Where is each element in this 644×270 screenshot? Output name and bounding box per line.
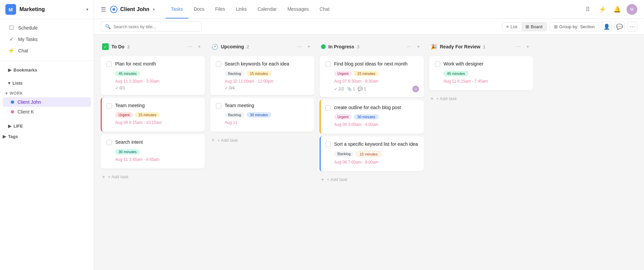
tab-messages[interactable]: Messages: [282, 0, 314, 18]
tab-links[interactable]: Links: [230, 0, 252, 18]
card-fbp-meta: ✓ 2/2 📎 1 💬 1 U: [334, 86, 419, 92]
tag-30min-si: 30 minutes: [115, 149, 140, 154]
card-team-meeting-todo[interactable]: Team meeting Urgent 15 minutes Aug 09 9:…: [101, 98, 205, 132]
tab-calendar[interactable]: Calendar: [252, 0, 282, 18]
board-icon: ⊞: [525, 24, 529, 29]
card-tm-tags: Urgent 15 minutes: [115, 112, 200, 118]
card-plan-next-month[interactable]: Plan for next month 45 minutes Aug 11 2:…: [101, 56, 205, 95]
upcoming-add-task[interactable]: + + Add task: [210, 134, 314, 146]
tag-15min-skl: 15 minutes: [356, 151, 381, 157]
tab-docs[interactable]: Docs: [188, 0, 210, 18]
sidebar-section-bookmarks: ▶ Bookmarks: [0, 62, 94, 75]
card-fbp-header: Find blog post ideas for next month: [325, 61, 419, 68]
comment-fbp-icon: 💬: [358, 87, 363, 91]
card-co-header: create outline for each blog post: [325, 104, 419, 111]
sidebar-header: M Marketing ▾: [0, 0, 94, 19]
sidebar-item-client-john[interactable]: Client John: [3, 97, 91, 107]
upcoming-add-button[interactable]: +: [305, 43, 313, 51]
card-create-outline[interactable]: create outline for each blog post Urgent…: [320, 100, 424, 134]
lists-header[interactable]: ▾ Lists: [5, 79, 88, 87]
sidebar-nav: ☐ Schedule ✓ My Tasks ⚡ Chat: [0, 19, 94, 59]
card-si-checkbox[interactable]: [106, 140, 112, 145]
rfr-actions: ··· +: [514, 43, 532, 51]
card-sort-keyword[interactable]: Sort a specific keyword list for each id…: [320, 136, 424, 171]
card-work-designer[interactable]: Work with designer 45 minutes Aug 11 6:1…: [429, 56, 533, 90]
card-search-intent[interactable]: Search intent 30 minutes Aug 11 3:45am -…: [101, 134, 205, 169]
card-tm-checkbox[interactable]: [106, 103, 112, 108]
sidebar-item-my-tasks[interactable]: ✓ My Tasks: [3, 34, 91, 45]
work-label: WORK: [10, 91, 23, 96]
card-skl-checkbox[interactable]: [325, 142, 331, 147]
bookmarks-header[interactable]: ▶ Bookmarks: [5, 66, 88, 74]
toolbar: 🔍 ≡ List ⊞ Board ⊞ Group by: Section 👤 💬: [94, 19, 644, 35]
check-circle-icon: ✓: [115, 86, 119, 90]
rfr-more-button[interactable]: ···: [514, 43, 522, 51]
card-sk-checkbox[interactable]: [216, 61, 221, 67]
bell-icon[interactable]: 🔔: [612, 4, 623, 15]
tag-urgent-co: Urgent: [334, 114, 352, 120]
user-avatar[interactable]: U: [627, 4, 637, 15]
clock-icon: 🕐: [212, 43, 218, 50]
card-wd-checkbox[interactable]: [435, 61, 440, 67]
tag-30min-tmu: 30 minutes: [246, 112, 271, 118]
search-input[interactable]: [113, 24, 197, 29]
tab-files[interactable]: Files: [210, 0, 231, 18]
tags-chevron: ▶: [3, 134, 6, 139]
project-chevron: ▾: [153, 7, 155, 12]
card-team-meeting-upcoming[interactable]: Team meeting Backlog 30 minutes Aug 11: [210, 98, 314, 132]
client-k-label: Client K: [17, 109, 34, 115]
apps-icon[interactable]: ⠿: [582, 4, 593, 15]
tags-label: Tags: [8, 134, 18, 139]
sidebar-item-chat[interactable]: ⚡ Chat: [3, 45, 91, 56]
card-co-checkbox[interactable]: [325, 105, 331, 110]
comment-icon[interactable]: 💬: [614, 21, 625, 32]
card-tmu-checkbox[interactable]: [216, 103, 221, 108]
upcoming-actions: ··· +: [295, 43, 313, 51]
client-john-dot: [11, 100, 14, 104]
tab-chat[interactable]: Chat: [314, 0, 335, 18]
more-options-icon[interactable]: ⋯: [627, 21, 637, 32]
card-sk-date: Aug 10 11:00am - 12:00pm: [225, 79, 310, 84]
life-header[interactable]: ▶ LIFE: [5, 122, 88, 130]
inprogress-add-button[interactable]: +: [414, 43, 422, 51]
tag-45min-wd: 45 minutes: [444, 71, 468, 76]
todo-more-button[interactable]: ···: [186, 43, 194, 51]
todo-add-button[interactable]: +: [195, 43, 203, 51]
card-find-blog-post[interactable]: Find blog post ideas for next month Urge…: [320, 56, 424, 97]
card-tmu-tags: Backlog 30 minutes: [225, 112, 310, 118]
inprogress-more-button[interactable]: ···: [405, 43, 413, 51]
card-fbp-checkbox[interactable]: [325, 61, 331, 67]
card-skl-header: Sort a specific keyword list for each id…: [325, 141, 419, 148]
project-selector[interactable]: Client John ▾: [110, 6, 155, 13]
person-icon[interactable]: 👤: [602, 21, 612, 32]
tag-backlog-skl: Backlog: [334, 151, 354, 157]
work-header[interactable]: ▾ WORK: [0, 90, 94, 97]
workspace-chevron[interactable]: ▾: [86, 7, 88, 12]
tag-urgent-fbp: Urgent: [334, 71, 352, 76]
card-skl-date: Aug 08 7:00am - 8:00am: [334, 160, 419, 165]
tag-backlog-tmu: Backlog: [225, 112, 244, 118]
upcoming-more-button[interactable]: ···: [295, 43, 304, 51]
work-subsection: ▾ WORK Client John Client K: [0, 88, 94, 118]
list-view-button[interactable]: ≡ List: [502, 22, 521, 31]
rfr-add-button[interactable]: +: [524, 43, 532, 51]
card-co-tags: Urgent 30 minutes: [334, 114, 419, 120]
tags-header[interactable]: ▶ Tags: [0, 133, 94, 140]
card-plan-checkbox[interactable]: [106, 61, 112, 67]
card-search-keywords[interactable]: Search keywords for each idea Backlog 15…: [210, 56, 314, 95]
rfr-count: 1: [483, 44, 486, 49]
rfr-add-task[interactable]: + + Add task: [429, 93, 533, 104]
lightning-bolt-icon[interactable]: ⚡: [597, 4, 608, 15]
sidebar-item-schedule[interactable]: ☐ Schedule: [3, 22, 91, 33]
sidebar-section-lists: ▾ Lists: [0, 75, 94, 88]
sidebar-item-client-k[interactable]: Client K: [3, 107, 91, 117]
sidebar-item-label-my-tasks: My Tasks: [18, 37, 38, 42]
todo-add-task[interactable]: + + Add task: [101, 171, 205, 183]
column-upcoming-header: 🕐 Upcoming 2 ··· +: [210, 40, 314, 53]
group-by-button[interactable]: ⊞ Group by: Section: [550, 22, 599, 31]
tab-tasks[interactable]: Tasks: [166, 0, 188, 18]
inprogress-add-task[interactable]: + + Add task: [320, 174, 424, 185]
hamburger-icon[interactable]: ☰: [101, 6, 106, 13]
rfr-add-label: + Add task: [436, 96, 457, 101]
board-view-button[interactable]: ⊞ Board: [521, 22, 547, 31]
